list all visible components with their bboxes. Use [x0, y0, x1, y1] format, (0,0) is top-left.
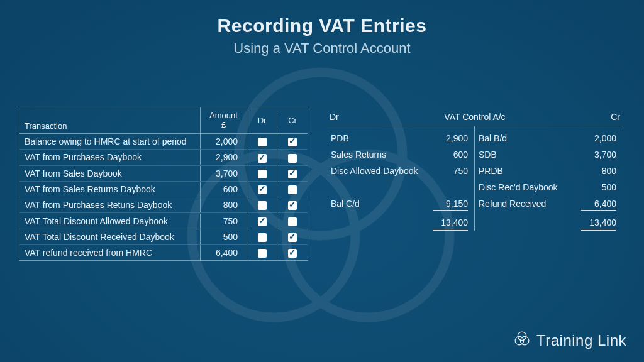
t-line-label: PDB — [331, 133, 349, 143]
cr-cell-checkbox[interactable] — [288, 233, 297, 242]
t-line-label: Bal B/d — [479, 133, 507, 143]
transaction-label: VAT from Sales Daybook — [19, 166, 201, 181]
transaction-label: VAT from Purchases Daybook — [19, 150, 201, 165]
t-line-value: 750 — [433, 166, 468, 176]
t-account-line: Disc Allowed Daybook750 — [330, 163, 472, 179]
table-row: VAT from Sales Daybook3,700 — [19, 165, 308, 181]
transaction-amount: 3,700 — [201, 166, 247, 181]
t-total-value: 13,400 — [433, 216, 468, 231]
table-row: VAT Total Discount Allowed Daybook750 — [19, 212, 308, 228]
transaction-amount: 2,000 — [201, 134, 247, 149]
t-total-value: 13,400 — [581, 216, 616, 231]
cr-cell-checkbox[interactable] — [288, 154, 297, 163]
t-line-value: 9,150 — [433, 199, 468, 211]
t-account-spacer — [330, 179, 472, 195]
dr-cell — [247, 150, 277, 165]
col-amount: Amount £ — [201, 109, 247, 132]
dr-cell — [247, 182, 277, 197]
brand-text: Training Link — [536, 332, 626, 349]
dr-cell — [247, 229, 277, 244]
dr-cell — [247, 245, 277, 260]
dr-cell — [247, 134, 277, 149]
t-account-dr-label: Dr — [330, 112, 444, 122]
dr-cell — [247, 213, 277, 228]
t-line-label: Sales Returns — [331, 150, 386, 160]
t-account-line: Bal B/d2,000 — [477, 130, 620, 146]
brand-logo: Training Link — [514, 331, 626, 351]
transaction-amount: 800 — [201, 197, 247, 212]
cr-cell-checkbox[interactable] — [288, 138, 297, 146]
cr-cell — [277, 245, 308, 260]
t-account-title: VAT Control A/c — [444, 112, 505, 122]
table-row: VAT from Sales Returns Daybook600 — [19, 181, 308, 197]
dr-cell — [247, 166, 277, 181]
col-cr: Cr — [277, 113, 308, 128]
triquetra-icon — [514, 331, 530, 351]
dr-cell-checkbox[interactable] — [258, 249, 267, 258]
cr-cell — [277, 134, 308, 149]
t-account-line: Refund Received6,400 — [477, 195, 620, 214]
transaction-label: VAT Total Discount Allowed Daybook — [19, 214, 201, 229]
transaction-label: VAT Total Discount Received Daybook — [19, 229, 201, 244]
transaction-amount: 2,900 — [201, 150, 247, 165]
t-account-line: Sales Returns600 — [330, 146, 472, 163]
page-subtitle: Using a VAT Control Account — [0, 40, 644, 57]
t-line-label: Disc Allowed Daybook — [331, 166, 418, 176]
dr-cell — [247, 197, 277, 212]
dr-cell-checkbox[interactable] — [258, 170, 267, 178]
t-line-label: Refund Received — [479, 199, 546, 211]
dr-cell-checkbox[interactable] — [258, 201, 267, 210]
table-header-row: Transaction Amount £ Dr Cr — [19, 107, 308, 134]
t-account-total: 13,400 — [477, 214, 620, 231]
t-line-value: 2,000 — [581, 133, 616, 143]
transaction-label: VAT from Sales Returns Daybook — [19, 182, 201, 197]
cr-cell-checkbox[interactable] — [288, 249, 297, 258]
dr-cell-checkbox[interactable] — [258, 154, 267, 163]
t-line-value: 2,900 — [433, 133, 468, 143]
t-account-debit-column: PDB2,900Sales Returns600Disc Allowed Day… — [327, 126, 475, 231]
t-line-value: 3,700 — [581, 150, 616, 160]
dr-cell-checkbox[interactable] — [258, 185, 267, 194]
dr-cell-checkbox[interactable] — [258, 233, 267, 242]
transaction-label: VAT refund received from HMRC — [19, 245, 201, 260]
cr-cell — [277, 166, 308, 181]
col-dr: Dr — [247, 113, 277, 128]
dr-cell-checkbox[interactable] — [258, 217, 267, 226]
table-row: VAT from Purchases Retuns Daybook800 — [19, 197, 308, 212]
transaction-label: VAT from Purchases Retuns Daybook — [19, 197, 201, 212]
t-account-line: Disc Rec'd Daybook500 — [477, 179, 620, 195]
t-line-value: 500 — [581, 182, 616, 192]
cr-cell-checkbox[interactable] — [288, 170, 297, 178]
cr-cell-checkbox[interactable] — [288, 217, 297, 226]
col-transaction: Transaction — [19, 107, 201, 133]
table-row: VAT Total Discount Received Daybook500 — [19, 229, 308, 244]
t-account: Dr VAT Control A/c Cr PDB2,900Sales Retu… — [327, 111, 623, 231]
cr-cell — [277, 182, 308, 197]
cr-cell — [277, 229, 308, 244]
transaction-amount: 600 — [201, 182, 247, 197]
transaction-amount: 6,400 — [201, 245, 247, 260]
dr-cell-checkbox[interactable] — [258, 138, 267, 146]
t-account-credit-column: Bal B/d2,000SDB3,700PRDB800Disc Rec'd Da… — [475, 126, 623, 231]
page-title: Recording VAT Entries — [0, 15, 644, 36]
t-account-total: 13,400 — [330, 214, 472, 231]
t-account-line: Bal C/d9,150 — [330, 195, 472, 214]
t-line-label: Bal C/d — [331, 199, 360, 211]
t-account-line: PDB2,900 — [330, 130, 472, 146]
t-line-label: Disc Rec'd Daybook — [479, 182, 558, 192]
cr-cell-checkbox[interactable] — [288, 185, 297, 194]
cr-cell — [277, 150, 308, 165]
cr-cell — [277, 213, 308, 228]
t-line-value: 800 — [581, 166, 616, 176]
t-account-line: SDB3,700 — [477, 146, 620, 163]
t-line-value: 600 — [433, 150, 468, 160]
table-row: VAT from Purchases Daybook2,900 — [19, 149, 308, 165]
transaction-table: Transaction Amount £ Dr Cr Balance owing… — [19, 107, 308, 261]
table-row: Balance owing to HMRC at start of period… — [19, 134, 308, 149]
cr-cell — [277, 197, 308, 212]
transaction-amount: 750 — [201, 214, 247, 229]
cr-cell-checkbox[interactable] — [288, 201, 297, 210]
t-account-cr-label: Cr — [506, 112, 620, 122]
t-account-line: PRDB800 — [477, 163, 620, 179]
transaction-amount: 500 — [201, 229, 247, 244]
